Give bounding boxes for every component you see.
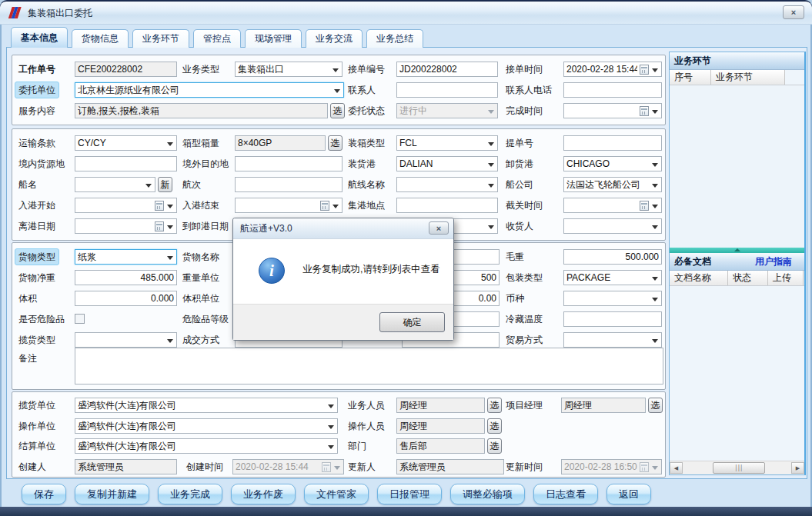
dropdown-arrow-icon[interactable] — [145, 184, 152, 191]
field-client-unit[interactable]: 北京林生源纸业有限公司 — [75, 82, 344, 98]
calendar-icon[interactable] — [320, 201, 329, 211]
field-volume[interactable]: 0.000 — [75, 291, 177, 306]
field-transport-terms[interactable]: CY/CY — [75, 135, 177, 151]
dropdown-arrow-icon[interactable] — [652, 277, 658, 284]
select-button-service-content[interactable]: 选 — [330, 103, 345, 118]
field-ship-name[interactable] — [75, 177, 155, 192]
column-header-2[interactable]: 状态 — [728, 271, 768, 285]
calendar-icon[interactable] — [155, 201, 164, 211]
field-currency[interactable] — [563, 291, 662, 306]
dropdown-arrow-icon[interactable] — [488, 184, 494, 191]
column-header-3[interactable]: 上传 — [768, 271, 804, 285]
scrollbar-thumb[interactable]: ||| — [713, 462, 765, 474]
field-update-time[interactable]: 2020-02-28 16:50 — [561, 459, 662, 474]
field-cutoff-time[interactable] — [563, 198, 662, 213]
docs-table-body[interactable] — [670, 286, 804, 461]
tab-business-phase[interactable]: 业务环节 — [132, 29, 189, 48]
window-close-button[interactable]: × — [783, 5, 804, 19]
dropdown-arrow-icon[interactable] — [334, 89, 340, 96]
select-button-project-manager[interactable]: 选 — [648, 398, 663, 413]
field-pickup-type[interactable] — [75, 332, 177, 348]
scroll-left-arrow-icon[interactable]: ◀ — [670, 462, 683, 474]
field-port-entry-end[interactable] — [235, 198, 343, 213]
dropdown-arrow-icon[interactable] — [332, 68, 339, 75]
field-bl-no[interactable] — [563, 135, 662, 151]
column-header-1[interactable]: 文档名称 — [670, 271, 728, 285]
column-header-2[interactable]: 业务环节 — [711, 70, 785, 85]
business-void-button[interactable]: 业务作废 — [231, 484, 296, 504]
calendar-icon[interactable] — [640, 65, 649, 75]
field-business-staff[interactable]: 周经理 — [396, 398, 485, 413]
field-discharge-port[interactable]: CHICAGO — [563, 156, 662, 171]
field-order-no[interactable]: JD200228002 — [396, 62, 498, 77]
dropdown-arrow-icon[interactable] — [488, 110, 494, 117]
calendar-icon[interactable] — [640, 462, 649, 472]
field-service-content[interactable]: 订舱,报关,报检,装箱 — [75, 103, 328, 118]
scroll-right-arrow-icon[interactable]: ▶ — [791, 462, 804, 474]
field-finish-time[interactable] — [563, 103, 662, 118]
business-complete-button[interactable]: 业务完成 — [158, 484, 222, 504]
field-entrust-status[interactable]: 进行中 — [396, 103, 498, 118]
field-cold-temp[interactable] — [563, 311, 662, 327]
phase-table-body[interactable] — [670, 85, 804, 248]
dropdown-arrow-icon[interactable] — [488, 225, 494, 232]
daily-report-button[interactable]: 日报管理 — [377, 484, 442, 504]
field-work-order-no[interactable]: CFE200228002 — [75, 62, 177, 77]
field-port-entry-start[interactable] — [75, 198, 177, 213]
dropdown-arrow-icon[interactable] — [328, 425, 334, 432]
field-business-type[interactable]: 集装箱出口 — [235, 62, 343, 77]
dialog-close-button[interactable]: × — [429, 221, 449, 235]
dropdown-arrow-icon[interactable] — [652, 110, 658, 117]
tab-control-points[interactable]: 管控点 — [193, 29, 241, 48]
field-net-weight[interactable]: 485.000 — [75, 270, 177, 285]
field-contact-phone[interactable] — [563, 82, 662, 98]
field-pickup-unit[interactable]: 盛鸿软件(大连)有限公司 — [75, 398, 338, 413]
dropdown-arrow-icon[interactable] — [167, 225, 173, 232]
dropdown-arrow-icon[interactable] — [167, 256, 173, 263]
file-manager-button[interactable]: 文件管家 — [304, 484, 369, 504]
field-route-name[interactable] — [396, 177, 498, 192]
dropdown-arrow-icon[interactable] — [652, 184, 658, 191]
calendar-icon[interactable] — [640, 106, 649, 116]
field-gather-place[interactable] — [396, 198, 498, 213]
horizontal-scrollbar[interactable]: ◀ ||| ▶ — [670, 461, 804, 474]
field-consignee[interactable] — [563, 218, 662, 234]
calendar-icon[interactable] — [640, 201, 649, 211]
column-header-1[interactable]: 序号 — [670, 70, 711, 85]
dropdown-arrow-icon[interactable] — [488, 163, 494, 170]
dropdown-arrow-icon[interactable] — [652, 68, 658, 75]
dropdown-arrow-icon[interactable] — [488, 142, 494, 149]
tab-site-management[interactable]: 现场管理 — [245, 29, 302, 48]
dropdown-arrow-icon[interactable] — [334, 466, 340, 473]
field-operate-staff[interactable]: 周经理 — [396, 418, 485, 434]
field-contact[interactable] — [396, 82, 498, 98]
select-button-container-type-qty[interactable]: 选 — [328, 135, 343, 151]
copy-and-new-button[interactable]: 复制并新建 — [75, 484, 149, 504]
dropdown-arrow-icon[interactable] — [652, 225, 658, 232]
dropdown-arrow-icon[interactable] — [167, 142, 173, 149]
field-domestic-origin[interactable] — [75, 156, 177, 171]
tab-business-summary[interactable]: 业务总结 — [366, 29, 423, 48]
field-packing-type[interactable]: FCL — [396, 135, 498, 151]
field-order-time[interactable]: 2020-02-28 15:44 — [563, 62, 662, 77]
field-creator[interactable]: 系统管理员 — [75, 459, 177, 474]
field-project-manager[interactable]: 周经理 — [561, 398, 646, 413]
field-trade-method[interactable] — [563, 332, 662, 348]
field-cargo-type[interactable]: 纸浆 — [75, 249, 177, 265]
field-container-type-qty[interactable]: 8×40GP — [235, 135, 326, 151]
panel-splitter-handle[interactable] — [670, 248, 804, 253]
tab-cargo-info[interactable]: 货物信息 — [72, 29, 129, 48]
dropdown-arrow-icon[interactable] — [652, 298, 658, 305]
field-departure-date[interactable] — [75, 218, 177, 234]
user-guide-link[interactable]: 用户指南 — [755, 253, 792, 270]
dropdown-arrow-icon[interactable] — [328, 404, 334, 411]
field-package-type[interactable]: PACKAGE — [563, 270, 662, 285]
select-button-operate-staff[interactable]: 选 — [487, 418, 502, 434]
checkbox-is-dangerous[interactable] — [75, 314, 85, 324]
dropdown-arrow-icon[interactable] — [167, 339, 173, 346]
field-voyage[interactable] — [235, 177, 343, 192]
select-button-business-staff[interactable]: 选 — [487, 398, 502, 413]
field-gross-weight[interactable]: 500.000 — [563, 249, 662, 265]
adjust-required-button[interactable]: 调整必输项 — [450, 484, 525, 504]
log-view-button[interactable]: 日志查看 — [533, 484, 598, 504]
